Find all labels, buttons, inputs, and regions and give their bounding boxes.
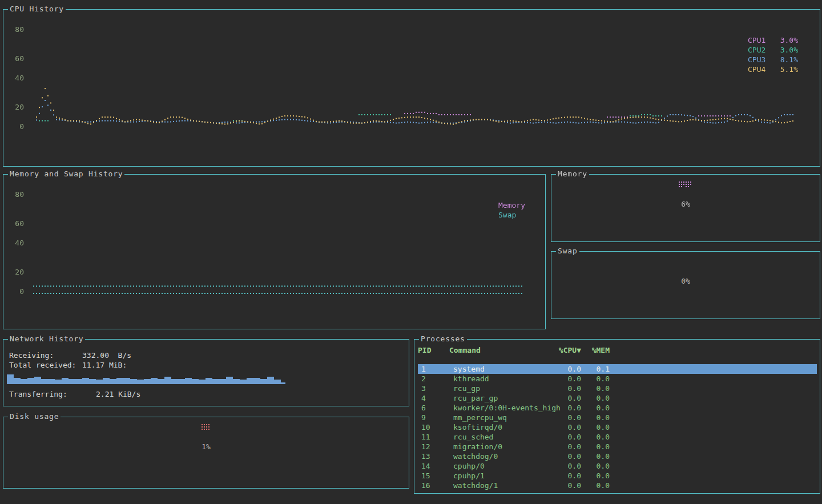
process-row[interactable]: 1systemd0.00.1 [418, 364, 817, 374]
process-command: rcu_sched [453, 432, 493, 442]
process-cpu: 0.0 [558, 403, 581, 413]
process-mem: 0.0 [587, 393, 610, 403]
process-row[interactable]: 9mm_percpu_wq0.00.0 [418, 413, 817, 422]
y-tick-label: 40 [11, 74, 24, 82]
process-pid: 12 [421, 442, 430, 451]
system-monitor-screen: CPU History 020406080 CPU13.0%CPU23.0%CP… [0, 0, 822, 504]
processes-panel-title: Processes [419, 335, 467, 343]
cpu-legend-value: 3.0% [780, 45, 798, 55]
column-header-cpu[interactable]: %CPU▼ [555, 345, 581, 355]
process-command: rcu_gp [453, 384, 480, 393]
cpu-legend: CPU13.0%CPU23.0%CPU38.1%CPU45.1% [748, 35, 798, 74]
cpu-legend-value: 5.1% [780, 64, 798, 74]
process-command: migration/0 [453, 442, 502, 451]
process-cpu: 0.0 [558, 442, 581, 451]
process-row[interactable]: 3rcu_gp0.00.0 [418, 384, 817, 393]
network-sparkline-chart [5, 369, 408, 384]
process-pid: 3 [421, 384, 426, 393]
process-row[interactable]: 16watchdog/10.00.0 [418, 481, 817, 490]
process-pid: 9 [421, 413, 426, 422]
mem-swap-legend-entry: Memory [498, 200, 549, 210]
process-cpu: 0.0 [558, 471, 581, 481]
process-cpu: 0.0 [558, 432, 581, 442]
memory-percent: 6% [551, 200, 820, 208]
process-pid: 1 [421, 364, 426, 374]
mem-swap-legend-name: Swap [498, 210, 516, 220]
process-cpu: 0.0 [558, 364, 581, 374]
y-tick-label: 40 [11, 239, 24, 247]
process-command: mm_percpu_wq [453, 413, 507, 422]
column-header-command[interactable]: Command [449, 345, 481, 355]
cpu-history-chart [3, 10, 820, 166]
process-cpu: 0.0 [558, 384, 581, 393]
process-command: rcu_par_gp [453, 393, 498, 403]
process-command: watchdog/1 [453, 481, 498, 490]
process-pid: 11 [421, 432, 430, 442]
gauge-dot [208, 429, 211, 431]
y-tick-label: 20 [11, 268, 24, 276]
cpu-legend-value: 8.1% [780, 55, 798, 64]
network-transferring-line: Transferring: 2.21 KiB/s [9, 390, 140, 398]
cpu-legend-value: 3.0% [780, 35, 798, 45]
mem-swap-history-chart [3, 175, 545, 329]
disk-usage-panel-title: Disk usage [8, 413, 61, 421]
process-table-header: PIDCommand%CPU▼%MEM [414, 345, 820, 355]
cpu-legend-name: CPU3 [748, 55, 765, 64]
process-command: cpuhp/1 [453, 471, 485, 481]
cpu-legend-entry: CPU13.0% [748, 35, 798, 45]
y-tick-label: 0 [11, 123, 24, 131]
swap-panel-title: Swap [556, 247, 579, 255]
process-command: kworker/0:0H-events_high [453, 403, 561, 413]
process-row[interactable]: 4rcu_par_gp0.00.0 [418, 393, 817, 403]
processes-panel: Processes PIDCommand%CPU▼%MEM 1systemd0.… [414, 339, 820, 494]
process-pid: 6 [421, 403, 426, 413]
disk-percent: 1% [3, 443, 409, 451]
cpu-legend-name: CPU2 [748, 45, 765, 55]
cpu-legend-name: CPU4 [748, 64, 765, 74]
mem-swap-history-panel: Memory and Swap History 020406080 Memory… [3, 174, 546, 329]
column-header-mem[interactable]: %MEM [587, 345, 610, 355]
y-tick-label: 0 [11, 288, 24, 296]
process-pid: 16 [421, 481, 430, 490]
process-row[interactable]: 6kworker/0:0H-events_high0.00.0 [418, 403, 817, 413]
process-mem: 0.0 [587, 451, 610, 461]
process-cpu: 0.0 [558, 451, 581, 461]
process-cpu: 0.0 [558, 461, 581, 471]
cpu-legend-entry: CPU38.1% [748, 55, 798, 64]
total-received-label: Total received: [9, 361, 82, 369]
process-mem: 0.0 [587, 432, 610, 442]
process-mem: 0.0 [587, 374, 610, 384]
process-row[interactable]: 12migration/00.00.0 [418, 442, 817, 451]
column-header-pid[interactable]: PID [418, 345, 431, 355]
network-history-panel-title: Network History [8, 335, 85, 343]
process-row[interactable]: 11rcu_sched0.00.0 [418, 432, 817, 442]
cpu-history-panel: CPU History 020406080 CPU13.0%CPU23.0%CP… [3, 9, 820, 167]
process-row[interactable]: 2kthreadd0.00.0 [418, 374, 817, 384]
process-row[interactable]: 13watchdog/00.00.0 [418, 451, 817, 461]
process-cpu: 0.0 [558, 374, 581, 384]
y-tick-label: 20 [11, 103, 24, 111]
process-cpu: 0.0 [558, 413, 581, 422]
network-history-panel: Network History Receiving: 332.00 B/s To… [3, 339, 409, 406]
memory-panel-title: Memory [556, 170, 589, 178]
receiving-label: Receiving: [9, 352, 82, 360]
process-mem: 0.0 [587, 471, 610, 481]
process-row[interactable]: 10ksoftirqd/00.00.0 [418, 422, 817, 432]
process-pid: 15 [421, 471, 430, 481]
process-command: kthreadd [453, 374, 489, 384]
process-row[interactable]: 14cpuhp/00.00.0 [418, 461, 817, 471]
swap-panel: Swap 0% [551, 251, 820, 319]
process-pid: 4 [421, 393, 426, 403]
transferring-label: Transferring: [9, 390, 96, 398]
y-tick-label: 80 [11, 26, 24, 34]
cpu-legend-entry: CPU45.1% [748, 64, 798, 74]
cpu-legend-entry: CPU23.0% [748, 45, 798, 55]
process-row[interactable]: 15cpuhp/10.00.0 [418, 471, 817, 481]
process-mem: 0.0 [587, 384, 610, 393]
transferring-value: 2.21 KiB/s [96, 390, 140, 398]
cpu-legend-name: CPU1 [748, 35, 765, 45]
memory-panel: Memory 6% [551, 174, 820, 242]
network-total-received-line: Total received: 11.17 MiB: [9, 361, 127, 369]
process-mem: 0.0 [587, 413, 610, 422]
process-pid: 10 [421, 422, 430, 432]
